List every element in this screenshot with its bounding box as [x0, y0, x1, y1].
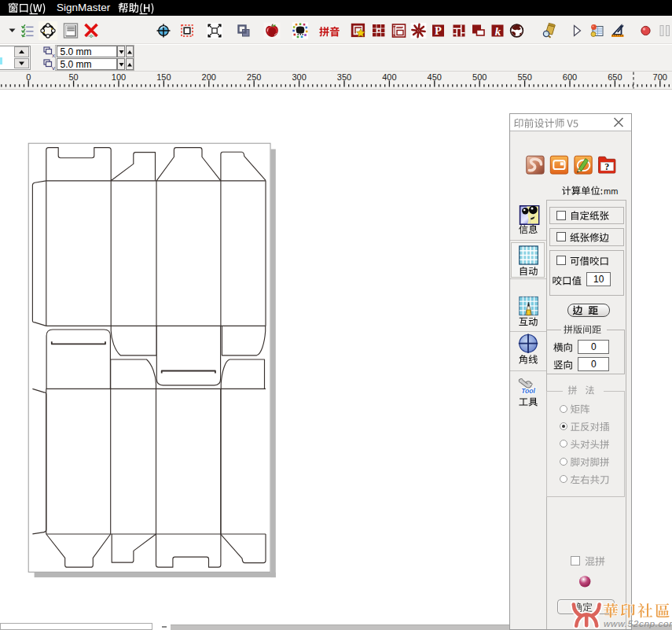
svg-text:mm: mm [604, 186, 618, 196]
svg-text:www.52cnp.com: www.52cnp.com [604, 618, 672, 629]
